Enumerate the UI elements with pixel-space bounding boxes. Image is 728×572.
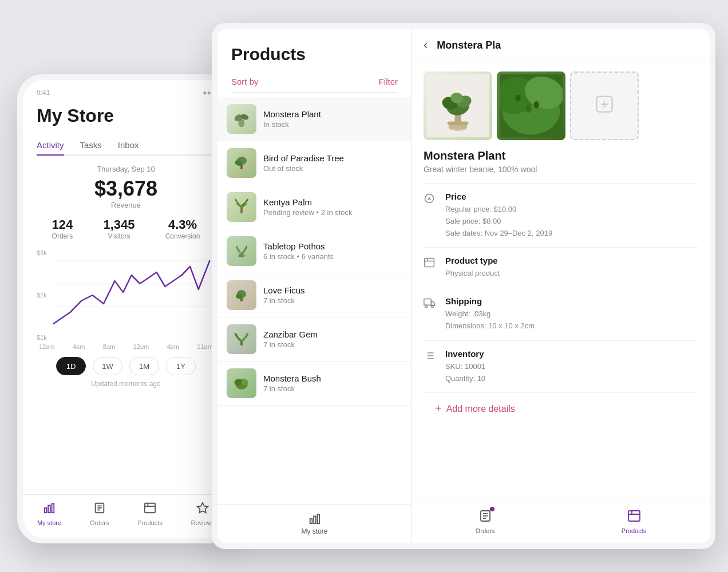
product-name-tabletop-pothos: Tabletop Pothos: [263, 241, 402, 251]
visitors-value: 1,345: [103, 217, 134, 232]
time-btn-1d[interactable]: 1D: [56, 357, 86, 375]
price-sale: Sale price: $8.00: [445, 216, 698, 228]
date-label: Thursday, Sep 10: [37, 165, 215, 173]
price-section: Price Regular price: $10.00 Sale price: …: [424, 183, 698, 247]
time-btn-1w[interactable]: 1W: [93, 357, 122, 375]
inventory-section: Inventory SKU: 10001 Quantity: 10: [424, 340, 698, 393]
add-image-icon: [594, 94, 615, 118]
inventory-sku: SKU: 10001: [445, 361, 698, 373]
svg-marker-13: [197, 503, 208, 513]
svg-rect-35: [448, 122, 469, 125]
product-status-bird-of-paradise: Out of stock: [263, 164, 402, 173]
svg-rect-20: [240, 208, 243, 213]
x-label-4am: 4am: [73, 343, 85, 350]
product-type-section: Product type Physical product: [424, 247, 698, 288]
price-sale-dates: Sale dates: Nov 29–Dec 2, 2019: [445, 228, 698, 240]
product-item-monstera-plant[interactable]: Monstera Plant In stock: [217, 97, 412, 141]
inventory-icon: [424, 350, 437, 364]
product-thumb-tabletop-pothos: [227, 236, 256, 266]
detail-image-2[interactable]: [497, 72, 565, 140]
conversion-label: Conversion: [165, 232, 200, 240]
nav-mystore[interactable]: My store: [37, 502, 61, 526]
detail-nav-orders[interactable]: Orders: [476, 509, 495, 534]
detail-header-title: Monstera Pla: [437, 39, 501, 51]
product-item-tabletop-pothos[interactable]: Tabletop Pothos 6 in stock • 6 variants: [217, 229, 412, 273]
product-info-monstera-plant: Monstera Plant In stock: [263, 109, 402, 129]
tab-inbox[interactable]: Inbox: [118, 136, 139, 154]
svg-rect-5: [52, 504, 54, 513]
product-status-love-ficus: 7 in stock: [263, 296, 402, 305]
product-item-zanzibar-gem[interactable]: Zanzibar Gem 7 in stock: [217, 317, 412, 362]
product-type-title: Product type: [445, 256, 698, 265]
stat-orders: 124 Orders: [52, 217, 73, 240]
svg-rect-29: [310, 519, 312, 523]
nav-orders-label: Orders: [90, 519, 109, 526]
y-label-2k: $2k: [37, 292, 47, 299]
product-type-icon: [424, 257, 437, 271]
svg-point-57: [431, 305, 433, 308]
nav-products-label: Products: [137, 519, 162, 526]
product-thumb-kentya-palm: [227, 192, 256, 222]
nav-products[interactable]: Products: [137, 502, 162, 526]
svg-point-56: [425, 305, 428, 308]
product-item-love-ficus[interactable]: Love Ficus 7 in stock: [217, 273, 412, 317]
detail-orders-icon: [478, 509, 492, 525]
product-info-kentya-palm: Kentya Palm Pending review • 2 in stock: [263, 197, 402, 217]
product-status-monstera-bush: 7 in stock: [263, 384, 402, 393]
stat-conversion: 4.3% Conversion: [165, 217, 200, 240]
time-btn-1m[interactable]: 1M: [129, 357, 159, 375]
mystore-bottom-label: My store: [301, 527, 327, 535]
filter-button[interactable]: Filter: [379, 77, 398, 86]
svg-rect-3: [45, 508, 47, 513]
product-thumb-monstera-bush: [227, 368, 256, 398]
product-item-bird-of-paradise[interactable]: Bird of Paradise Tree Out of stock: [217, 141, 412, 185]
detail-product-name: Monstera Plant: [424, 149, 698, 162]
detail-image-1[interactable]: [424, 72, 492, 140]
stat-visitors: 1,345 Visitors: [103, 217, 134, 240]
x-label-12pm: 12pm: [133, 343, 149, 350]
sort-by-button[interactable]: Sort by: [231, 77, 259, 86]
shipping-title: Shipping: [445, 296, 698, 306]
product-status-tabletop-pothos: 6 in stock • 6 variants: [263, 252, 402, 261]
product-thumb-love-ficus: [227, 280, 256, 310]
svg-rect-55: [424, 299, 432, 305]
svg-rect-31: [317, 515, 319, 524]
shipping-icon: [424, 297, 437, 312]
detail-products-icon: [627, 509, 641, 525]
x-label-11pm: 11pm: [197, 343, 213, 350]
svg-rect-52: [425, 259, 434, 267]
x-label-12am: 12am: [39, 343, 55, 350]
svg-rect-4: [48, 505, 50, 513]
chart-x-labels: 12am 4am 8am 12pm 4pm 11pm: [37, 343, 215, 350]
tab-activity[interactable]: Activity: [37, 136, 64, 154]
detail-nav-orders-label: Orders: [476, 527, 495, 534]
nav-orders[interactable]: Orders: [90, 502, 109, 526]
detail-nav-products[interactable]: Products: [622, 509, 646, 534]
phone-device: 9:41 ●●● My Store Activity Tasks Inbox T…: [17, 74, 235, 543]
phone-status-bar: 9:41 ●●●: [23, 80, 229, 105]
nav-reviews[interactable]: Reviews: [191, 502, 215, 526]
x-label-8am: 8am: [103, 343, 115, 350]
mystore-icon: [43, 502, 56, 517]
orders-value: 124: [52, 217, 73, 232]
add-more-details-button[interactable]: + Add more details: [424, 392, 698, 424]
mystore-bottom-icon: [308, 513, 321, 527]
y-label-3k: $3k: [37, 249, 47, 256]
svg-rect-21: [239, 254, 245, 257]
detail-header: ‹ Monstera Pla: [412, 29, 710, 62]
products-icon: [144, 502, 156, 517]
product-item-kentya-palm[interactable]: Kentya Palm Pending review • 2 in stock: [217, 185, 412, 229]
product-item-monstera-bush[interactable]: Monstera Bush 7 in stock: [217, 362, 412, 406]
add-image-button[interactable]: [570, 72, 639, 140]
back-button[interactable]: ‹: [424, 38, 428, 53]
revenue-chart: $3k $2k $1k 12am 4am 8am 12pm: [37, 249, 215, 352]
x-label-4pm: 4pm: [167, 343, 179, 350]
y-label-1k: $1k: [37, 334, 47, 341]
product-name-love-ficus: Love Ficus: [263, 285, 402, 295]
time-btn-1y[interactable]: 1Y: [166, 357, 196, 375]
inventory-body: Inventory SKU: 10001 Quantity: 10: [445, 349, 698, 385]
price-body: Price Regular price: $10.00 Sale price: …: [445, 192, 698, 239]
tab-tasks[interactable]: Tasks: [80, 136, 102, 154]
shipping-weight: Weight: .03kg: [445, 308, 698, 320]
price-icon: [424, 193, 437, 207]
